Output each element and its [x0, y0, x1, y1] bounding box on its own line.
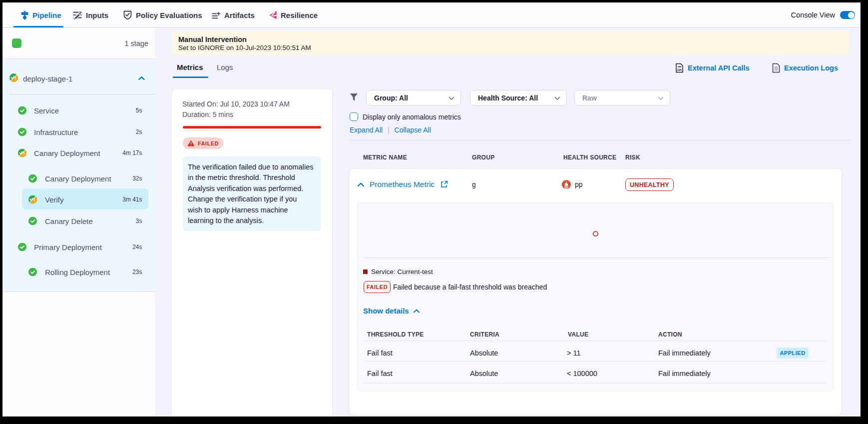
- svg-text:API: API: [677, 68, 682, 72]
